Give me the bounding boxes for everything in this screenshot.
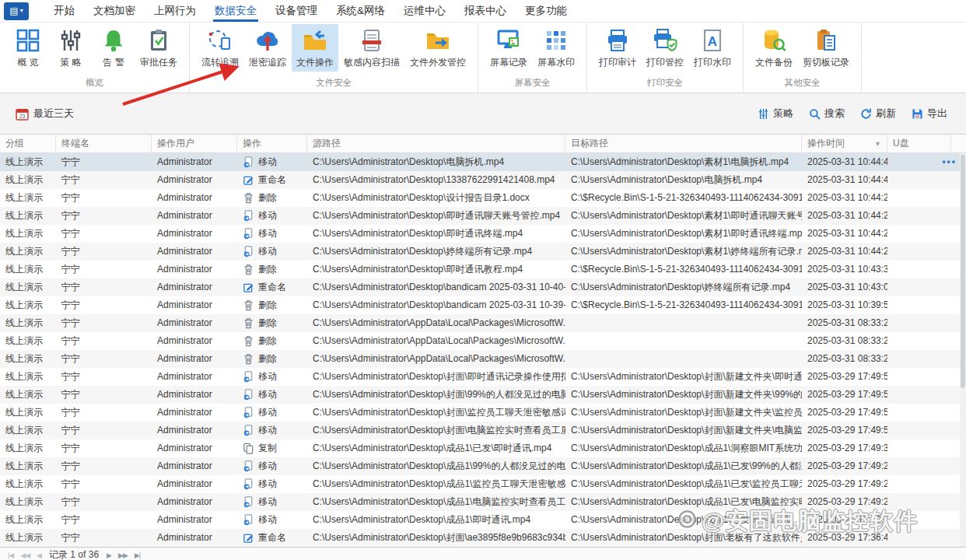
- cell-dst: C:\$Recycle.Bin\S-1-5-21-326340493-11140…: [565, 261, 802, 278]
- column-header-group[interactable]: 分组: [0, 135, 56, 152]
- ribbon-group-buttons: 文件备份剪切板记录: [751, 24, 854, 75]
- scrollbar-thumb[interactable]: [961, 155, 965, 388]
- column-header-usb[interactable]: U盘: [887, 135, 951, 152]
- cell-time: 2025-03-29 17:49:20: [802, 457, 887, 475]
- cell-time: 2025-03-31 10:44:20: [802, 207, 887, 225]
- menu-item-report-center[interactable]: 报表中心: [455, 0, 516, 22]
- table-row[interactable]: 线上演示宁宁Administrator复制C:\Users\Administra…: [0, 439, 966, 457]
- column-header-dst[interactable]: 目标路径: [565, 135, 802, 152]
- table-row[interactable]: 线上演示宁宁Administrator重命名C:\Users\Administr…: [0, 529, 966, 547]
- screen-record-button[interactable]: 屏幕记录: [485, 24, 532, 72]
- cell-dst: C:\Users\Administrator\Desktop\封面\新建文件夹\…: [565, 368, 802, 386]
- menu-item-data-security[interactable]: 数据安全: [205, 0, 266, 22]
- table-row[interactable]: 线上演示宁宁Administrator移动C:\Users\Administra…: [0, 457, 966, 475]
- table-row[interactable]: 线上演示宁宁Administrator移动C:\Users\Administra…: [0, 243, 966, 261]
- filter-bar: 23 最近三天 策略搜索刷新导出: [0, 93, 966, 135]
- cell-user: Administrator: [152, 439, 237, 457]
- column-header-op[interactable]: 操作: [237, 135, 307, 152]
- cell-terminal: 宁宁: [56, 529, 152, 547]
- policy-button[interactable]: 策 略: [50, 24, 92, 72]
- screen-watermark-button[interactable]: 屏幕水印: [533, 24, 579, 72]
- pager-prev-page-button[interactable]: ◀◀: [20, 551, 30, 559]
- date-range-filter-button[interactable]: 23 最近三天: [16, 107, 74, 121]
- vertical-scrollbar[interactable]: [960, 153, 966, 547]
- file-operation-button[interactable]: 文件操作: [292, 24, 338, 72]
- menu-item-more-features[interactable]: 更多功能: [516, 0, 576, 22]
- column-header-user[interactable]: 操作用户: [152, 135, 237, 152]
- approval-tasks-button[interactable]: 审批任务: [135, 24, 182, 72]
- move-icon: [243, 478, 254, 490]
- table-row[interactable]: 线上演示宁宁Administrator移动C:\Users\Administra…: [0, 475, 966, 493]
- sensitive-content-scan-button[interactable]: 敏感内容扫描: [339, 24, 404, 72]
- ribbon-button-label: 打印管控: [646, 56, 684, 69]
- refresh-tool-button[interactable]: 刷新: [860, 107, 896, 121]
- cell-usb: [887, 386, 951, 404]
- print-audit-button[interactable]: 打印审计: [594, 24, 641, 72]
- table-row[interactable]: 线上演示宁宁Administrator重命名C:\Users\Administr…: [0, 171, 966, 189]
- pager-next-button[interactable]: ▶: [107, 551, 111, 559]
- table-row[interactable]: 线上演示宁宁Administrator删除C:\Users\Administra…: [0, 296, 966, 314]
- file-backup-button[interactable]: 文件备份: [751, 24, 797, 72]
- svg-text:A: A: [708, 34, 717, 49]
- menu-item-system-network[interactable]: 系统&网络: [327, 0, 394, 22]
- policy-tool-button[interactable]: 策略: [758, 107, 793, 121]
- table-row[interactable]: 线上演示宁宁Administrator移动C:\Users\Administra…: [0, 368, 966, 386]
- table-row[interactable]: 线上演示宁宁Administrator删除C:\Users\Administra…: [0, 350, 966, 368]
- ribbon-button-label: 文件操作: [296, 56, 334, 69]
- menu-item-internet-behavior[interactable]: 上网行为: [145, 0, 205, 22]
- cell-op: 重命名: [237, 171, 307, 189]
- column-header-src[interactable]: 源路径: [307, 135, 565, 152]
- app-menu-button[interactable]: ▤ ▾: [4, 2, 29, 20]
- overview-button[interactable]: 概 览: [7, 24, 49, 72]
- menu-item-ops-center[interactable]: 运维中心: [394, 0, 455, 22]
- flow-trace-button[interactable]: 流转追溯: [197, 24, 243, 72]
- table-row[interactable]: 线上演示宁宁Administrator移动C:\Users\Administra…: [0, 207, 966, 225]
- table-row[interactable]: 线上演示宁宁Administrator移动C:\Users\Administra…: [0, 404, 966, 422]
- table-row[interactable]: 线上演示宁宁Administrator删除C:\Users\Administra…: [0, 332, 966, 350]
- menu-item-doc-encryption[interactable]: 文档加密: [84, 0, 145, 22]
- file-outgoing-control-button[interactable]: 文件外发管控: [405, 24, 471, 72]
- alert-button[interactable]: 告 警: [93, 24, 135, 72]
- cell-op: 移动: [237, 368, 307, 386]
- clipboard-record-button[interactable]: 剪切板记录: [798, 24, 854, 72]
- pager-next-page-button[interactable]: ▶▶: [118, 551, 128, 559]
- cell-user: Administrator: [152, 171, 237, 189]
- filter-dropdown-icon[interactable]: ▼: [874, 140, 881, 148]
- leak-tracking-button[interactable]: 泄密追踪: [244, 24, 291, 72]
- cell-src: C:\Users\Administrator\Desktop\封面\即时通讯记录…: [307, 368, 565, 386]
- table-row[interactable]: 线上演示宁宁Administrator移动C:\Users\Administra…: [0, 422, 966, 439]
- policy-sliders-icon: [58, 28, 83, 53]
- print-watermark-button[interactable]: A打印水印: [689, 24, 736, 72]
- pager-first-button[interactable]: |◀: [8, 551, 13, 559]
- cell-src: C:\Users\Administrator\Desktop\即时通讯教程.mp…: [307, 261, 565, 278]
- cell-terminal: 宁宁: [56, 332, 152, 350]
- menu-item-device-management[interactable]: 设备管理: [266, 0, 327, 22]
- ribbon-group-label: 屏幕安全: [485, 75, 579, 93]
- screen-watermark-icon: [544, 28, 569, 53]
- overview-icon: [16, 28, 40, 53]
- export-tool-button[interactable]: 导出: [912, 107, 947, 121]
- column-header-terminal[interactable]: 终端名: [56, 135, 152, 152]
- table-row[interactable]: 线上演示宁宁Administrator删除C:\Users\Administra…: [0, 261, 966, 278]
- cell-usb: [887, 189, 951, 207]
- ribbon-group-buttons: 打印审计打印管控A打印水印: [594, 24, 736, 75]
- pager-prev-button[interactable]: ◀: [37, 551, 41, 559]
- table-row[interactable]: 线上演示宁宁Administrator移动C:\Users\Administra…: [0, 153, 966, 171]
- menu-item-start[interactable]: 开始: [44, 0, 84, 22]
- table-row[interactable]: 线上演示宁宁Administrator移动C:\Users\Administra…: [0, 511, 966, 529]
- pager-last-button[interactable]: ▶|: [135, 551, 140, 559]
- table-tools: 策略搜索刷新导出: [758, 107, 947, 121]
- table-row[interactable]: 线上演示宁宁Administrator移动C:\Users\Administra…: [0, 386, 966, 404]
- ribbon-button-label: 文件外发管控: [410, 56, 466, 69]
- row-actions-menu[interactable]: •••: [942, 153, 957, 171]
- table-row[interactable]: 线上演示宁宁Administrator删除C:\Users\Administra…: [0, 314, 966, 332]
- print-control-button[interactable]: 打印管控: [642, 24, 688, 72]
- table-row[interactable]: 线上演示宁宁Administrator删除C:\Users\Administra…: [0, 189, 966, 207]
- delete-icon: [243, 353, 254, 365]
- column-header-time[interactable]: 操作时间▼: [802, 135, 887, 152]
- search-tool-button[interactable]: 搜索: [809, 107, 845, 121]
- cell-op: 重命名: [237, 529, 307, 547]
- table-row[interactable]: 线上演示宁宁Administrator移动C:\Users\Administra…: [0, 493, 966, 511]
- table-row[interactable]: 线上演示宁宁Administrator重命名C:\Users\Administr…: [0, 278, 966, 296]
- table-row[interactable]: 线上演示宁宁Administrator移动C:\Users\Administra…: [0, 225, 966, 243]
